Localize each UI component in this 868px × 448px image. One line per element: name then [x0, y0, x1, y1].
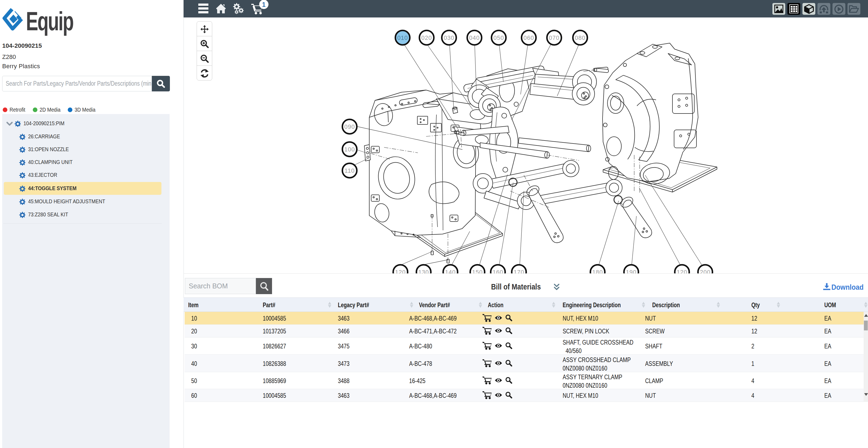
svg-text:150: 150	[472, 269, 483, 273]
svg-text:110: 110	[344, 168, 354, 174]
svg-text:070: 070	[549, 35, 560, 41]
svg-text:090: 090	[344, 124, 355, 130]
svg-text:140: 140	[445, 269, 456, 273]
svg-text:160: 160	[493, 269, 503, 273]
svg-text:010: 010	[397, 35, 408, 41]
svg-text:030: 030	[444, 35, 455, 41]
svg-text:170: 170	[514, 269, 524, 273]
svg-text:130: 130	[418, 269, 429, 273]
svg-text:050: 050	[494, 35, 504, 41]
svg-text:120: 120	[677, 269, 687, 273]
svg-text:200: 200	[700, 269, 711, 273]
svg-text:020: 020	[422, 35, 432, 41]
svg-text:190: 190	[626, 269, 637, 273]
svg-text:100: 100	[344, 146, 355, 153]
svg-text:080: 080	[575, 35, 586, 41]
svg-text:120: 120	[395, 269, 406, 273]
svg-text:060: 060	[524, 35, 534, 41]
svg-text:180: 180	[592, 269, 603, 273]
svg-text:040: 040	[469, 35, 480, 41]
